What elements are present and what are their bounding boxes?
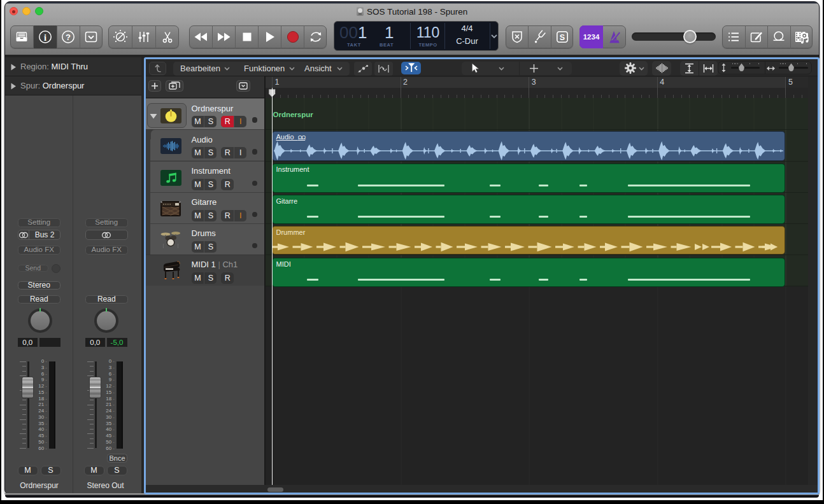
- svg-text:?: ?: [66, 32, 71, 42]
- svg-text:i: i: [44, 32, 46, 43]
- svg-text:S: S: [560, 33, 565, 42]
